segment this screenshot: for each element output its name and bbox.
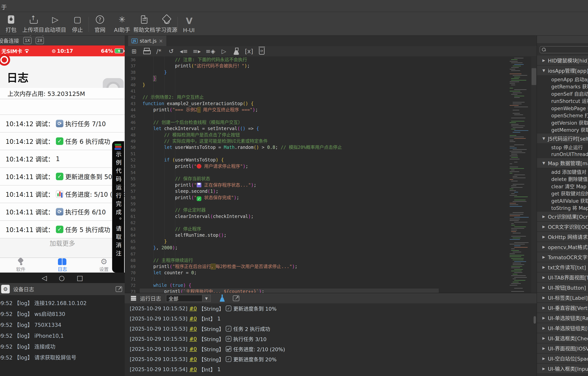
tree-category[interactable]: ▶opencv,Mat格式图 bbox=[537, 242, 588, 252]
chevron-collapsed-icon[interactable]: ▶ bbox=[540, 296, 548, 299]
code-text-area[interactable]: 36// 注意: 下面的代码永远不会执行37printl("这行代码不会被执行！… bbox=[125, 57, 537, 293]
toolbar-button-upload-project[interactable]: 上传项目 bbox=[22, 12, 44, 35]
tree-category[interactable]: ▶UI-标签类[Label] bbox=[537, 292, 588, 303]
editor-tool-format[interactable]: ≡◈ bbox=[206, 47, 215, 55]
tree-method-item[interactable]: runShortcut 运行快 bbox=[537, 97, 588, 105]
tree-category[interactable]: ▶txt文件读写[txt] bbox=[537, 262, 588, 272]
tree-category[interactable]: ▶Ocr识别结果[OcrRe bbox=[537, 211, 588, 221]
thread-link[interactable]: #0 bbox=[189, 366, 197, 372]
editor-tool-run[interactable]: ▷ bbox=[220, 47, 228, 55]
tree-method-item[interactable]: getMemory 获取ap bbox=[537, 126, 588, 133]
device-settings-icon[interactable]: ⚙ bbox=[1, 285, 10, 293]
editor-tool-print[interactable] bbox=[143, 47, 150, 55]
tree-method-item[interactable]: clear 清空 Map bbox=[537, 182, 588, 190]
tree-method-item[interactable]: openApp 启动app bbox=[537, 76, 588, 83]
thread-link[interactable]: #0 bbox=[189, 306, 197, 311]
tree-category[interactable]: ▶OkHttp 网络请求管 bbox=[537, 232, 588, 242]
tree-category[interactable]: ▶TomatoOCR文字识 bbox=[537, 252, 588, 262]
tree-method-item[interactable]: openSelf 自启动 bbox=[537, 90, 588, 97]
tree-category[interactable]: ▶UI-空白站位[Space] bbox=[537, 353, 588, 364]
tab-start-js[interactable]: JS start.js × bbox=[128, 36, 166, 46]
chevron-collapsed-icon[interactable]: ▶ bbox=[540, 224, 548, 229]
tree-category[interactable]: ▶UI-按钮[Button] bbox=[537, 282, 588, 292]
chevron-collapsed-icon[interactable]: ▶ bbox=[540, 346, 548, 350]
clear-log-button[interactable] bbox=[219, 295, 225, 302]
tree-category[interactable]: ▼iosApp管理[app] bbox=[537, 65, 588, 76]
expand-log-panel-icon[interactable]: ↗ bbox=[233, 296, 239, 301]
tree-method-item[interactable]: openWebPage 打开 bbox=[537, 104, 588, 112]
tree-method-item[interactable]: runOnUIThread ui bbox=[537, 151, 588, 158]
chevron-expanded-icon[interactable]: ▼ bbox=[540, 68, 548, 72]
phone-tab-软件[interactable]: 软件 bbox=[16, 258, 25, 272]
toolbar-button-help-docs[interactable]: 帮助文档 bbox=[133, 12, 155, 35]
chevron-expanded-icon[interactable]: ▼ bbox=[540, 161, 548, 165]
chevron-collapsed-icon[interactable]: ▶ bbox=[540, 245, 548, 249]
phone-app-screen[interactable]: 日志 上次内存占用: 53.203125M 10:14:12 调试：⟳执行任务 … bbox=[0, 56, 125, 257]
tree-category[interactable]: ▼JS代码运行时[selfRu bbox=[537, 133, 588, 144]
tree-method-item[interactable]: getVersion 获取ap bbox=[537, 119, 588, 126]
tree-category[interactable]: ▼Map 数据管理[map bbox=[537, 158, 588, 168]
chevron-collapsed-icon[interactable]: ▶ bbox=[540, 326, 548, 330]
chevron-collapsed-icon[interactable]: ▶ bbox=[540, 356, 548, 360]
editor-tool-xpath[interactable]: [x] bbox=[245, 47, 253, 55]
thread-link[interactable]: #0 bbox=[189, 336, 197, 342]
phone-mirror[interactable]: 无SIM卡 ⊙ 10:17 64% 日志 上次内存占用: 53.203125M … bbox=[0, 45, 125, 283]
zoom-1x-button[interactable]: ¨1X bbox=[23, 37, 32, 44]
toolbar-button-official-site[interactable]: ?官网 bbox=[89, 12, 111, 35]
run-log-scrollbar[interactable] bbox=[534, 316, 536, 324]
chevron-collapsed-icon[interactable]: ▶ bbox=[540, 366, 548, 371]
load-more-button[interactable]: 加载更多 bbox=[0, 238, 125, 248]
tree-method-item[interactable]: openScheme 打开s bbox=[537, 112, 588, 119]
tree-method-item[interactable]: toString 将 Map 转 bbox=[537, 204, 588, 211]
phone-tab-日志[interactable]: 日志 bbox=[58, 258, 67, 272]
chevron-collapsed-icon[interactable]: ▶ bbox=[540, 275, 548, 279]
tree-category[interactable]: ▶UI-单选按钮组类[Ra bbox=[537, 323, 588, 333]
editor-tool-test-flask[interactable] bbox=[232, 47, 240, 55]
toolbar-button-h-ui[interactable]: VH-UI bbox=[178, 12, 200, 35]
zoom-2x-button[interactable]: ¨2X bbox=[36, 37, 44, 44]
editor-tool-clear-trash[interactable]: ⟳ bbox=[258, 47, 265, 55]
scrollbar-thumb[interactable] bbox=[532, 68, 536, 85]
chevron-collapsed-icon[interactable]: ▶ bbox=[540, 336, 548, 340]
tree-category[interactable]: ▶UI-复选框类[CheckB bbox=[537, 333, 588, 343]
editor-scrollbar[interactable] bbox=[531, 57, 537, 293]
editor-tool-outdent[interactable]: ◂≡ bbox=[180, 47, 188, 55]
chevron-collapsed-icon[interactable]: ▶ bbox=[540, 265, 548, 269]
tree-method-item[interactable]: getRemarks 获取卡 bbox=[537, 83, 588, 90]
chevron-collapsed-icon[interactable]: ▶ bbox=[540, 214, 548, 219]
chevron-collapsed-icon[interactable]: ▶ bbox=[540, 235, 548, 239]
search-input[interactable] bbox=[546, 47, 587, 52]
tree-method-item[interactable]: add 添加键值对 bbox=[537, 168, 588, 175]
tree-method-item[interactable]: delete 删除键值对 bbox=[537, 175, 588, 183]
tree-method-item[interactable]: getAllValue 获取所 bbox=[537, 197, 588, 204]
tree-category[interactable]: ▶OCR文字识别[OCR] bbox=[537, 221, 588, 232]
chevron-collapsed-icon[interactable]: ▶ bbox=[540, 306, 548, 310]
toolbar-button-package[interactable]: 打包 bbox=[0, 12, 22, 35]
tree-method-item[interactable]: stop 停止运行 bbox=[537, 144, 588, 151]
expand-panel-icon[interactable]: ↗ bbox=[116, 286, 122, 292]
toolbar-button-learning-resources[interactable]: 学习资源 bbox=[155, 12, 177, 35]
tree-category[interactable]: ▶UI-垂直容器[Vertica bbox=[537, 303, 588, 313]
chevron-collapsed-icon[interactable]: ▶ bbox=[540, 58, 548, 62]
nav-recents-icon[interactable]: □ bbox=[77, 274, 83, 282]
nav-home-icon[interactable]: ○ bbox=[59, 274, 65, 282]
tree-category[interactable]: ▶HID键鼠模块[hid] bbox=[537, 55, 588, 65]
close-tab-icon[interactable]: × bbox=[159, 38, 163, 44]
thread-link[interactable]: #0 bbox=[189, 316, 197, 321]
editor-tool-add-block[interactable]: ⊞ bbox=[130, 47, 138, 55]
thread-link[interactable]: #0 bbox=[189, 356, 197, 362]
editor-tool-indent[interactable]: ≡▸ bbox=[193, 47, 201, 55]
nav-back-icon[interactable]: ◁ bbox=[42, 274, 47, 282]
chevron-collapsed-icon[interactable]: ▶ bbox=[540, 285, 548, 289]
tree-category[interactable]: ▶UI-TAB界面视图[Ta bbox=[537, 272, 588, 282]
chevron-expanded-icon[interactable]: ▼ bbox=[540, 136, 548, 140]
thread-link[interactable]: #0 bbox=[189, 346, 197, 352]
tree-category[interactable]: ▶UI-界面视图[IOSVie bbox=[537, 343, 588, 353]
api-search-box[interactable] bbox=[540, 46, 588, 53]
minimap[interactable] bbox=[510, 57, 531, 293]
tree-category[interactable]: ▶UI-单选按钮类[Radi bbox=[537, 313, 588, 323]
chevron-collapsed-icon[interactable]: ▶ bbox=[540, 316, 548, 320]
editor-tool-comment[interactable]: /* bbox=[155, 47, 163, 55]
editor-tool-undo[interactable]: ↺ bbox=[168, 47, 175, 55]
thread-link[interactable]: #0 bbox=[189, 326, 197, 332]
